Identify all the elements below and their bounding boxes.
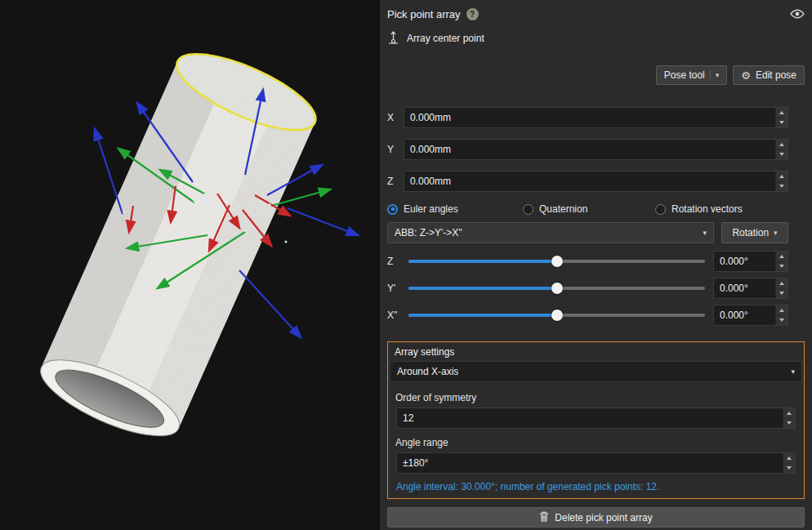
slider-fill xyxy=(408,260,557,263)
angle-interval-info: Angle interval: 30.000°; number of gener… xyxy=(388,474,804,498)
stepper-down-icon[interactable] xyxy=(783,418,795,429)
euler-convention-dropdown[interactable]: ABB: Z->Y'->X'' ▾ xyxy=(387,222,714,243)
array-center-point-icon xyxy=(387,31,399,47)
stepper-up-icon[interactable] xyxy=(776,278,787,288)
pose-tool-label: Pose tool xyxy=(664,69,705,81)
radio-label: Quaternion xyxy=(539,203,587,215)
3d-viewport[interactable] xyxy=(0,0,380,530)
array-settings-title: Array settings xyxy=(388,342,804,361)
point-cloud-scene[interactable] xyxy=(0,0,380,530)
stepper-up-icon[interactable] xyxy=(776,140,787,149)
trash-icon xyxy=(539,511,549,524)
panel-header: Pick point array ? xyxy=(387,0,805,28)
x-label: X xyxy=(387,112,404,123)
slider-x-handle[interactable] xyxy=(551,310,563,321)
slider-y-label: Y' xyxy=(387,283,408,294)
stepper-up-icon[interactable] xyxy=(783,453,795,463)
pose-tool-button[interactable]: Pose tool ▾ xyxy=(656,65,728,85)
order-of-symmetry-spinbox xyxy=(396,408,796,429)
radio-quaternion[interactable]: Quaternion xyxy=(523,203,655,215)
slider-z-track[interactable] xyxy=(408,260,705,263)
array-axis-value: Around X-axis xyxy=(397,366,458,377)
euler-convention-row: ABB: Z->Y'->X'' ▾ Rotation ▾ xyxy=(387,222,788,243)
y-steppers xyxy=(775,140,787,159)
slider-z-value-spinbox xyxy=(713,251,788,272)
position-row-x: X xyxy=(387,107,788,128)
y-label: Y xyxy=(387,144,404,155)
stepper-up-icon[interactable] xyxy=(776,108,787,118)
stepper-up-icon[interactable] xyxy=(776,252,787,261)
app-window: Pick point array ? Array center point xyxy=(0,0,812,530)
panel-title: Pick point array xyxy=(387,8,461,20)
x-steppers xyxy=(775,108,787,127)
slider-row-y: Y' xyxy=(387,278,788,299)
chevron-down-icon: ▾ xyxy=(703,229,707,237)
slider-y-handle[interactable] xyxy=(551,283,563,294)
chevron-down-icon: ▾ xyxy=(774,229,778,237)
radio-icon xyxy=(655,204,666,215)
rotation-label: Rotation xyxy=(732,227,769,238)
position-row-y: Y xyxy=(387,139,788,160)
slider-z-label: Z xyxy=(387,256,408,267)
visibility-icon[interactable] xyxy=(790,9,805,19)
y-input[interactable] xyxy=(404,139,788,160)
gear-icon: ⚙ xyxy=(741,70,751,81)
z-spinbox xyxy=(404,171,788,192)
slider-y-track[interactable] xyxy=(408,287,705,290)
position-row-z: Z xyxy=(387,171,788,192)
slider-y-value-spinbox xyxy=(713,278,788,299)
stepper-down-icon[interactable] xyxy=(783,463,795,474)
stepper-down-icon[interactable] xyxy=(776,288,787,299)
x-input[interactable] xyxy=(404,107,788,128)
radio-label: Euler angles xyxy=(404,203,458,215)
z-input[interactable] xyxy=(404,171,788,192)
array-axis-dropdown[interactable]: Around X-axis ▾ xyxy=(390,361,802,382)
array-settings-group: Array settings Around X-axis ▾ Order of … xyxy=(387,341,805,499)
radio-euler-angles[interactable]: Euler angles xyxy=(387,203,523,215)
rotation-button[interactable]: Rotation ▾ xyxy=(721,222,788,243)
pick-point-array-panel: Pick point array ? Array center point xyxy=(380,0,812,530)
order-of-symmetry-label: Order of symmetry xyxy=(388,382,804,408)
button-divider xyxy=(710,69,711,81)
steppers xyxy=(783,408,795,428)
radio-icon xyxy=(523,204,533,215)
radio-icon xyxy=(387,204,398,215)
slider-z-handle[interactable] xyxy=(551,256,563,267)
angle-range-input[interactable] xyxy=(396,452,796,474)
steppers xyxy=(775,252,787,271)
section-title: Array center point xyxy=(407,33,484,44)
edit-pose-button[interactable]: ⚙ Edit pose xyxy=(733,65,805,85)
slider-x-value-spinbox xyxy=(713,305,788,326)
slider-fill xyxy=(408,287,557,290)
slider-fill xyxy=(408,314,557,317)
delete-button-label: Delete pick point array xyxy=(555,512,652,523)
chevron-down-icon: ▾ xyxy=(791,367,795,376)
slider-x-track[interactable] xyxy=(408,314,705,317)
stepper-up-icon[interactable] xyxy=(783,408,795,418)
z-label: Z xyxy=(387,176,404,187)
x-spinbox xyxy=(404,107,788,128)
stepper-down-icon[interactable] xyxy=(776,118,787,128)
slider-row-x: X'' xyxy=(387,305,788,326)
stepper-down-icon[interactable] xyxy=(776,261,787,272)
stepper-down-icon[interactable] xyxy=(776,181,787,192)
pose-toolbar: Pose tool ▾ ⚙ Edit pose xyxy=(387,65,805,85)
help-icon[interactable]: ? xyxy=(466,8,479,20)
order-of-symmetry-input[interactable] xyxy=(396,408,796,429)
slider-row-z: Z xyxy=(387,251,788,272)
z-steppers xyxy=(775,171,787,191)
stepper-down-icon[interactable] xyxy=(776,149,787,160)
stepper-up-icon[interactable] xyxy=(776,171,787,181)
delete-pick-point-array-button[interactable]: Delete pick point array xyxy=(387,507,805,528)
radio-label: Rotation vectors xyxy=(671,203,743,215)
slider-x-label: X'' xyxy=(387,310,408,321)
steppers xyxy=(775,278,787,298)
radio-rotation-vectors[interactable]: Rotation vectors xyxy=(655,203,743,215)
stepper-down-icon[interactable] xyxy=(776,315,787,326)
angle-range-spinbox xyxy=(396,452,796,474)
stepper-up-icon[interactable] xyxy=(776,305,787,315)
array-center-point-section: Array center point xyxy=(387,28,805,49)
euler-sliders: Z Y' xyxy=(387,251,805,326)
chevron-down-icon: ▾ xyxy=(716,71,720,79)
euler-convention-value: ABB: Z->Y'->X'' xyxy=(395,227,462,238)
